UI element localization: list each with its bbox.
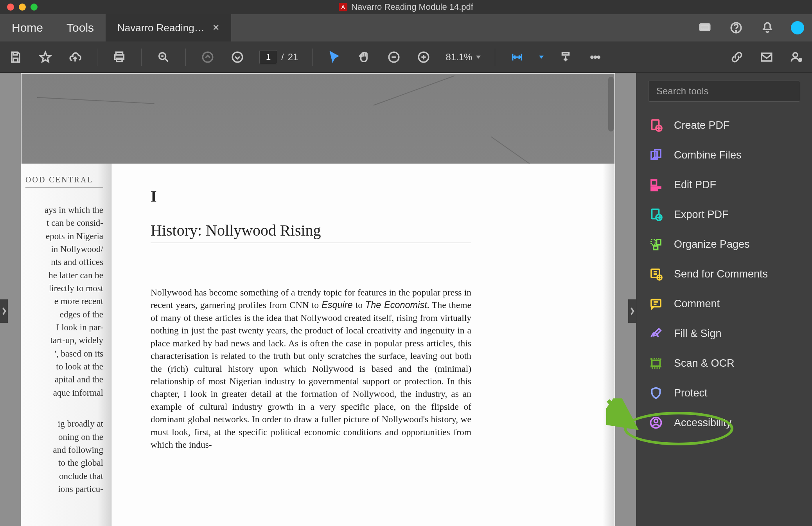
tool-row-scan-ocr[interactable]: Scan & OCR: [648, 355, 800, 371]
help-icon[interactable]: [728, 20, 744, 36]
email-icon[interactable]: [759, 49, 774, 65]
tool-label: Comment: [674, 298, 720, 310]
tool-row-send-for-comments[interactable]: Send for Comments: [648, 266, 800, 282]
svg-point-2: [704, 27, 706, 28]
tab-tools[interactable]: Tools: [55, 14, 106, 41]
hand-tool-icon[interactable]: [356, 49, 372, 65]
tool-row-export-pdf[interactable]: Export PDF: [648, 207, 800, 222]
svg-point-15: [591, 56, 593, 58]
print-icon[interactable]: [111, 49, 127, 65]
vertical-scrollbar[interactable]: [608, 77, 614, 132]
tool-label: Accessibility: [674, 417, 731, 429]
tab-document-label: Navarro Reading…: [117, 22, 205, 34]
fit-dropdown-icon[interactable]: [539, 56, 544, 59]
tool-icon: [648, 385, 664, 401]
zoom-in-icon[interactable]: [416, 49, 431, 65]
tool-row-comment[interactable]: Comment: [648, 296, 800, 312]
chevron-down-icon: [476, 56, 481, 59]
svg-point-40: [654, 419, 658, 423]
running-head: OOD CENTRAL: [25, 175, 103, 184]
tool-label: Protect: [674, 387, 708, 399]
star-icon[interactable]: [38, 49, 53, 65]
left-page-fragment-1: ays in which thet can be consid-epots in…: [25, 204, 103, 399]
tool-label: Combine Files: [674, 149, 742, 161]
tool-icon: [648, 236, 664, 252]
cloud-upload-icon[interactable]: [67, 49, 83, 65]
tool-row-combine-files[interactable]: Combine Files: [648, 147, 800, 163]
tab-home[interactable]: Home: [0, 14, 55, 41]
page-down-icon[interactable]: [230, 49, 245, 65]
svg-point-5: [736, 31, 737, 31]
book-left-page: OOD CENTRAL ays in which thet can be con…: [22, 164, 111, 526]
svg-rect-35: [651, 300, 661, 307]
window-titlebar: A Navarro Reading Module 14.pdf: [0, 0, 812, 14]
page-indicator: / 21: [259, 50, 298, 64]
tool-icon: [648, 355, 664, 371]
close-window-button[interactable]: [7, 4, 14, 11]
comments-icon[interactable]: [697, 20, 713, 36]
right-panel-toggle[interactable]: [628, 299, 636, 323]
tab-document[interactable]: Navarro Reading… ✕: [106, 14, 231, 41]
svg-point-10: [203, 52, 213, 62]
tool-label: Create PDF: [674, 119, 730, 132]
account-avatar[interactable]: [791, 21, 804, 34]
svg-point-1: [702, 27, 703, 28]
tool-icon: [648, 177, 664, 193]
svg-rect-26: [651, 187, 661, 188]
tool-icon: [648, 117, 664, 133]
chapter-title: History: Nollywood Rising: [151, 221, 583, 240]
tool-row-accessibility[interactable]: Accessibility: [648, 415, 800, 431]
share-link-icon[interactable]: [729, 49, 745, 65]
tool-label: Send for Comments: [674, 268, 768, 280]
tool-icon: [648, 266, 664, 282]
tool-label: Fill & Sign: [674, 328, 722, 340]
tool-icon: [648, 207, 664, 222]
close-tab-icon[interactable]: ✕: [212, 23, 219, 33]
maximize-window-button[interactable]: [31, 4, 38, 11]
tool-row-edit-pdf[interactable]: Edit PDF: [648, 177, 800, 193]
document-viewport[interactable]: OOD CENTRAL ays in which thet can be con…: [0, 73, 636, 526]
svg-rect-36: [652, 360, 660, 366]
left-page-fragment-2: ig broadly atoning on theand followingto…: [25, 417, 103, 495]
page-separator: /: [281, 52, 284, 63]
svg-point-11: [232, 52, 243, 62]
svg-rect-27: [651, 189, 657, 191]
current-page-input[interactable]: [259, 50, 277, 64]
tool-label: Organize Pages: [674, 238, 750, 250]
tool-row-create-pdf[interactable]: Create PDF: [648, 117, 800, 133]
tool-icon: [648, 296, 664, 312]
left-panel-toggle[interactable]: [0, 299, 8, 323]
svg-rect-31: [657, 240, 661, 245]
search-tools-input[interactable]: Search tools: [648, 81, 800, 102]
tool-row-protect[interactable]: Protect: [648, 385, 800, 401]
page-up-icon[interactable]: [200, 49, 216, 65]
tool-label: Edit PDF: [674, 179, 716, 191]
tool-label: Scan & OCR: [674, 357, 735, 369]
selection-tool-icon[interactable]: [327, 49, 342, 65]
tool-label: Export PDF: [674, 209, 729, 221]
tool-row-organize-pages[interactable]: Organize Pages: [648, 236, 800, 252]
scroll-mode-icon[interactable]: [558, 49, 573, 65]
search-placeholder: Search tools: [656, 86, 708, 97]
notifications-icon[interactable]: [760, 20, 775, 36]
window-title: A Navarro Reading Module 14.pdf: [339, 2, 473, 12]
find-icon[interactable]: [156, 49, 171, 65]
tool-row-fill-sign[interactable]: Fill & Sign: [648, 326, 800, 341]
tools-panel: Search tools Create PDFCombine FilesEdit…: [636, 73, 812, 526]
main-toolbar: / 21 81.1%: [0, 41, 812, 73]
more-tools-icon[interactable]: [587, 49, 603, 65]
share-people-icon[interactable]: [789, 49, 804, 65]
svg-rect-32: [654, 246, 658, 250]
tool-icon: [648, 326, 664, 341]
zoom-value: 81.1%: [446, 52, 472, 63]
zoom-out-icon[interactable]: [386, 49, 402, 65]
zoom-level[interactable]: 81.1%: [446, 52, 481, 63]
svg-point-3: [706, 27, 708, 28]
svg-rect-25: [651, 180, 657, 186]
window-controls: [0, 4, 38, 11]
minimize-window-button[interactable]: [19, 4, 26, 11]
window-title-text: Navarro Reading Module 14.pdf: [351, 2, 473, 12]
save-icon[interactable]: [8, 49, 23, 65]
pdf-icon: A: [339, 3, 347, 11]
fit-width-icon[interactable]: [509, 49, 525, 65]
